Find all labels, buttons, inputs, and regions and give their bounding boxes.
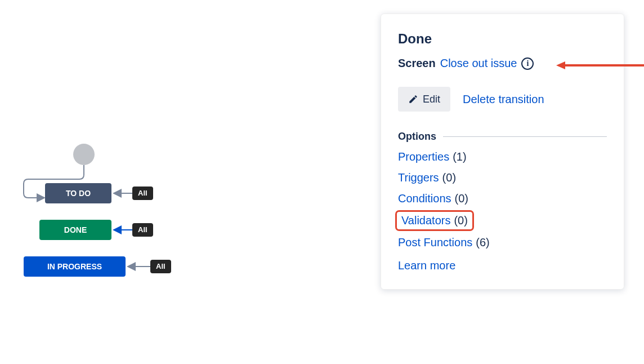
transition-title: Done [398,31,607,47]
global-transition-pill-done[interactable]: All [132,223,153,237]
option-count: (0) [454,214,467,227]
pencil-icon [408,94,418,104]
option-link-conditions[interactable]: Conditions [398,192,451,205]
option-validators: Validators (0) [398,213,471,228]
status-label: TO DO [66,189,91,198]
svg-marker-4 [556,61,565,69]
divider [443,136,607,137]
option-link-triggers[interactable]: Triggers [398,171,439,184]
annotation-arrow-icon [556,60,644,71]
option-link-properties[interactable]: Properties [398,150,449,163]
transition-details-panel: Done Screen Close out issue i Edit Delet… [381,14,624,290]
delete-transition-link[interactable]: Delete transition [463,93,544,106]
status-label: DONE [64,225,87,234]
edit-button-label: Edit [423,94,440,105]
option-triggers: Triggers (0) [398,171,607,184]
option-properties: Properties (1) [398,150,607,163]
option-count: (0) [442,171,456,184]
status-node-done[interactable]: DONE [39,220,111,240]
option-post-functions: Post Functions (6) [398,236,607,249]
global-transition-pill-todo[interactable]: All [132,187,153,200]
transition-actions: Edit Delete transition [398,87,607,112]
options-list: Properties (1) Triggers (0) Conditions (… [398,150,607,272]
workflow-editor-canvas: TO DO DONE IN PROGRESS All All All Done … [0,0,644,364]
status-label: IN PROGRESS [47,262,102,271]
option-link-validators[interactable]: Validators [401,214,450,227]
global-transition-pill-in-progress[interactable]: All [150,260,171,273]
option-conditions: Conditions (0) [398,192,607,205]
status-node-in-progress[interactable]: IN PROGRESS [24,256,126,277]
screen-link[interactable]: Close out issue [440,57,517,70]
info-icon[interactable]: i [521,57,534,70]
workflow-diagram: TO DO DONE IN PROGRESS All All All [17,135,220,304]
option-count: (0) [455,192,468,205]
option-link-post-functions[interactable]: Post Functions [398,236,472,249]
options-heading-label: Options [398,131,436,143]
option-count: (6) [476,236,489,249]
option-count: (1) [453,150,466,163]
options-heading: Options [398,131,607,143]
learn-more-link[interactable]: Learn more [398,259,607,272]
edit-button[interactable]: Edit [398,87,450,112]
screen-label: Screen [398,57,436,70]
status-node-todo[interactable]: TO DO [45,183,111,203]
